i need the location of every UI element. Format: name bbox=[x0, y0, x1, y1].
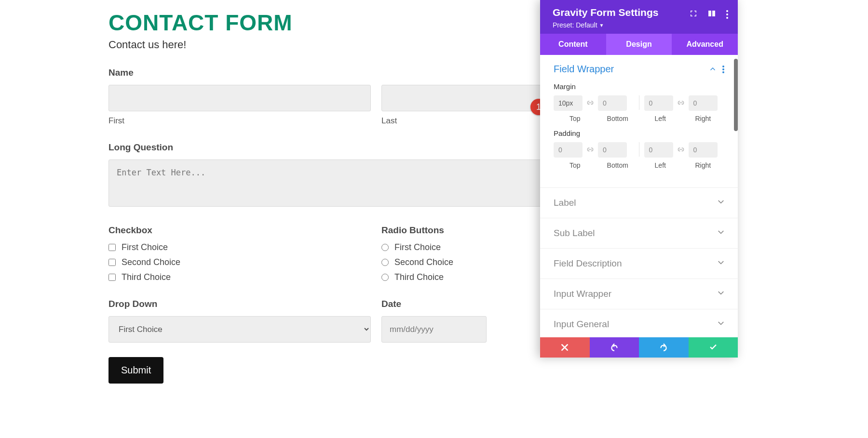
dropdown-input[interactable]: First Choice bbox=[108, 316, 371, 343]
section-label[interactable]: Label bbox=[540, 188, 738, 218]
padding-right-input[interactable] bbox=[689, 142, 718, 158]
radio-input[interactable] bbox=[381, 259, 389, 266]
date-input[interactable] bbox=[381, 316, 487, 343]
panel-footer bbox=[540, 337, 738, 358]
radio-input[interactable] bbox=[381, 244, 389, 251]
margin-top-input[interactable] bbox=[554, 95, 583, 111]
section-title[interactable]: Field Wrapper bbox=[554, 64, 614, 75]
margin-right-input[interactable] bbox=[689, 95, 718, 111]
checkbox-field: Checkbox First Choice Second Choice Thir… bbox=[108, 225, 371, 282]
first-name-sublabel: First bbox=[108, 116, 371, 126]
checkbox-label: Checkbox bbox=[108, 225, 371, 236]
margin-top-sublabel: Top bbox=[554, 115, 597, 122]
margin-bottom-input[interactable] bbox=[598, 95, 627, 111]
chevron-down-icon bbox=[718, 199, 724, 207]
svg-rect-0 bbox=[708, 11, 711, 16]
settings-panel: Gravity Form Settings Preset: Default ▼ … bbox=[540, 0, 738, 358]
panel-tabs: Content Design Advanced bbox=[540, 34, 738, 55]
section-title: Field Description bbox=[554, 258, 622, 269]
section-field-wrapper: Field Wrapper Margin bbox=[540, 55, 738, 188]
padding-left-input[interactable] bbox=[644, 142, 673, 158]
close-icon bbox=[560, 343, 569, 352]
section-title: Label bbox=[554, 198, 576, 208]
scrollbar-thumb[interactable] bbox=[734, 59, 738, 131]
undo-button[interactable] bbox=[590, 337, 639, 358]
chevron-down-icon bbox=[718, 259, 724, 268]
margin-bottom-sublabel: Bottom bbox=[597, 115, 639, 122]
padding-bottom-sublabel: Bottom bbox=[597, 161, 639, 169]
close-button[interactable] bbox=[540, 337, 590, 358]
link-icon[interactable] bbox=[586, 146, 594, 154]
link-icon[interactable] bbox=[677, 146, 685, 154]
panel-body: Field Wrapper Margin bbox=[540, 55, 738, 337]
undo-icon bbox=[610, 343, 619, 352]
radio-input[interactable] bbox=[381, 274, 389, 281]
link-icon[interactable] bbox=[586, 99, 594, 107]
redo-button[interactable] bbox=[639, 337, 689, 358]
tab-content[interactable]: Content bbox=[540, 34, 606, 55]
checkbox-input[interactable] bbox=[108, 259, 116, 266]
chevron-down-icon bbox=[718, 229, 724, 238]
expand-icon[interactable] bbox=[690, 10, 697, 19]
preset-dropdown[interactable]: Preset: Default ▼ bbox=[553, 21, 658, 29]
margin-left-sublabel: Left bbox=[639, 115, 682, 122]
margin-left-input[interactable] bbox=[644, 95, 673, 111]
section-field-description[interactable]: Field Description bbox=[540, 249, 738, 279]
padding-left-sublabel: Left bbox=[639, 161, 682, 169]
panel-title: Gravity Form Settings bbox=[553, 7, 658, 18]
padding-top-input[interactable] bbox=[554, 142, 583, 158]
check-icon bbox=[709, 343, 718, 352]
checkbox-option-label: Second Choice bbox=[122, 257, 180, 267]
chevron-down-icon bbox=[718, 320, 724, 329]
chevron-up-icon[interactable] bbox=[710, 65, 716, 74]
divider bbox=[639, 142, 639, 157]
dropdown-label: Drop Down bbox=[108, 299, 371, 309]
columns-icon[interactable] bbox=[708, 10, 716, 19]
radio-option-label: First Choice bbox=[394, 242, 441, 252]
dropdown-field: Drop Down First Choice bbox=[108, 299, 371, 343]
link-icon[interactable] bbox=[677, 99, 685, 107]
section-title: Input General bbox=[554, 319, 609, 330]
checkbox-option[interactable]: First Choice bbox=[108, 242, 371, 252]
first-name-input[interactable] bbox=[108, 85, 371, 111]
checkbox-option-label: Third Choice bbox=[122, 272, 171, 282]
section-title: Sub Label bbox=[554, 228, 595, 239]
section-more-icon[interactable] bbox=[722, 66, 724, 73]
checkbox-option[interactable]: Third Choice bbox=[108, 272, 371, 282]
radio-option-label: Second Choice bbox=[394, 257, 453, 267]
checkbox-option-label: First Choice bbox=[122, 242, 168, 252]
margin-label: Margin bbox=[554, 82, 724, 91]
caret-down-icon: ▼ bbox=[599, 23, 604, 28]
chevron-down-icon bbox=[718, 290, 724, 298]
submit-button[interactable]: Submit bbox=[108, 357, 163, 384]
section-input-wrapper[interactable]: Input Wrapper bbox=[540, 279, 738, 309]
margin-right-sublabel: Right bbox=[682, 115, 725, 122]
padding-bottom-input[interactable] bbox=[598, 142, 627, 158]
tab-advanced[interactable]: Advanced bbox=[672, 34, 738, 55]
padding-top-sublabel: Top bbox=[554, 161, 597, 169]
redo-icon bbox=[659, 343, 668, 352]
section-title: Input Wrapper bbox=[554, 289, 611, 299]
tab-design[interactable]: Design bbox=[606, 34, 672, 55]
section-input-general[interactable]: Input General bbox=[540, 309, 738, 337]
panel-header: Gravity Form Settings Preset: Default ▼ bbox=[540, 0, 738, 34]
checkbox-input[interactable] bbox=[108, 274, 116, 281]
save-button[interactable] bbox=[689, 337, 738, 358]
divider bbox=[639, 95, 639, 110]
preset-label: Preset: Default bbox=[553, 21, 597, 29]
more-icon[interactable] bbox=[726, 10, 728, 19]
padding-right-sublabel: Right bbox=[682, 161, 725, 169]
section-sub-label[interactable]: Sub Label bbox=[540, 218, 738, 249]
checkbox-input[interactable] bbox=[108, 244, 116, 251]
padding-label: Padding bbox=[554, 129, 724, 137]
checkbox-option[interactable]: Second Choice bbox=[108, 257, 371, 267]
svg-rect-1 bbox=[712, 11, 715, 16]
radio-option-label: Third Choice bbox=[394, 272, 444, 282]
